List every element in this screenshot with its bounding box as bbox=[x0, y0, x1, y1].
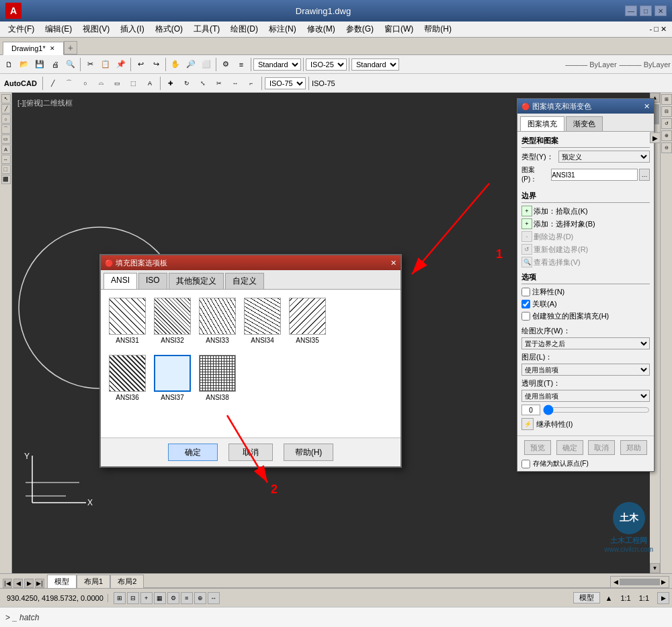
pattern-ansi33[interactable]: ANSI33 bbox=[199, 298, 236, 344]
right-btn-4[interactable]: ⊕ bbox=[661, 130, 672, 141]
status-btn-4[interactable]: ▦ bbox=[154, 592, 166, 604]
circle-tool-left[interactable]: ○ bbox=[1, 114, 11, 124]
scroll-down-button[interactable]: ▼ bbox=[650, 563, 660, 573]
right-btn-2[interactable]: ⊟ bbox=[661, 106, 672, 117]
transparency-combo[interactable]: 使用当前项 bbox=[521, 390, 650, 402]
pattern-help-button[interactable]: 帮助(H) bbox=[284, 444, 334, 461]
right-btn-1[interactable]: ⊞ bbox=[661, 94, 672, 105]
status-btn-1[interactable]: ⊞ bbox=[114, 592, 126, 604]
iso-combo[interactable]: ISO-75 bbox=[265, 77, 306, 89]
menu-help[interactable]: 帮助(H) bbox=[419, 22, 457, 36]
status-btn-8[interactable]: ↔ bbox=[208, 592, 220, 604]
text-tool[interactable]: A bbox=[142, 76, 157, 91]
menu-modify[interactable]: 修改(M) bbox=[302, 22, 341, 36]
new-button[interactable]: 🗋 bbox=[1, 57, 16, 72]
save-button[interactable]: 💾 bbox=[32, 57, 47, 72]
preview-button[interactable]: 预览 bbox=[524, 440, 551, 455]
tab-custom[interactable]: 自定义 bbox=[225, 273, 264, 289]
menu-draw[interactable]: 绘图(D) bbox=[225, 22, 263, 36]
style-combo-2[interactable]: Standard bbox=[351, 58, 399, 71]
print-preview-button[interactable]: 🔍 bbox=[63, 57, 78, 72]
pattern-input[interactable] bbox=[551, 169, 638, 181]
pattern-cancel-button[interactable]: 取消 bbox=[228, 444, 273, 461]
scroll-bar-bottom[interactable]: ◀ ▶ bbox=[610, 576, 669, 588]
hatch-tool-left[interactable]: ⬚ bbox=[1, 165, 11, 174]
tab-hatch-fill[interactable]: 图案填充 bbox=[520, 116, 564, 131]
copy-button[interactable]: 📋 bbox=[98, 57, 113, 72]
scroll-left-icon[interactable]: ◀ bbox=[614, 579, 618, 585]
tab-iso[interactable]: ISO bbox=[138, 273, 167, 289]
status-btn-7[interactable]: ⊕ bbox=[194, 592, 206, 604]
workspace-combo[interactable]: Standard bbox=[253, 58, 301, 71]
transparency-slider[interactable] bbox=[543, 406, 650, 414]
undo-button[interactable]: ↩ bbox=[133, 57, 148, 72]
add-pickpoint-label[interactable]: 添加：拾取点(K) bbox=[534, 206, 588, 216]
print-button[interactable]: 🖨 bbox=[48, 57, 62, 72]
hatch-dialog-close[interactable]: ✕ bbox=[644, 102, 650, 111]
annotative-checkbox[interactable] bbox=[521, 288, 530, 296]
cancel-button-main[interactable]: 取消 bbox=[588, 440, 615, 455]
scale-tool[interactable]: ⤡ bbox=[196, 76, 210, 91]
tab-other[interactable]: 其他预定义 bbox=[169, 273, 224, 289]
maximize-button[interactable]: □ bbox=[640, 5, 652, 16]
text-tool-left[interactable]: A bbox=[1, 144, 11, 154]
menu-insert[interactable]: 插入(I) bbox=[115, 22, 149, 36]
tab-drawing1[interactable]: Drawing1* ✕ bbox=[3, 42, 64, 55]
pattern-confirm-button[interactable]: 确定 bbox=[168, 444, 218, 461]
menu-param[interactable]: 参数(G) bbox=[341, 22, 379, 36]
draw-order-combo[interactable]: 置于边界之后 bbox=[521, 337, 650, 349]
pattern-ansi34[interactable]: ANSI34 bbox=[244, 298, 281, 344]
tab-next-button[interactable]: ▶ bbox=[24, 579, 34, 588]
style-combo-1[interactable]: ISO-25 bbox=[306, 58, 347, 71]
redo-button[interactable]: ↪ bbox=[149, 57, 163, 72]
circle-tool[interactable]: ○ bbox=[78, 76, 93, 91]
scroll-right-icon[interactable]: ▶ bbox=[661, 579, 666, 585]
pattern-ansi32[interactable]: ANSI32 bbox=[154, 298, 191, 344]
menu-window[interactable]: 窗口(W) bbox=[379, 22, 419, 36]
block-tool-left[interactable]: ⬛ bbox=[1, 175, 11, 184]
help-button-main[interactable]: 郑助 bbox=[620, 440, 647, 455]
tab-ansi[interactable]: ANSI bbox=[103, 273, 137, 289]
menu-edit[interactable]: 编辑(E) bbox=[40, 22, 77, 36]
polyline-tool[interactable]: ⌒ bbox=[62, 76, 77, 91]
inherit-label[interactable]: 继承特性(I) bbox=[536, 419, 573, 429]
scroll-thumb-bottom[interactable] bbox=[620, 579, 660, 585]
tab-layout1[interactable]: 布局1 bbox=[77, 575, 110, 588]
menu-format[interactable]: 格式(O) bbox=[150, 22, 188, 36]
pattern-dialog-close[interactable]: ✕ bbox=[390, 259, 396, 267]
tab-last-button[interactable]: ▶| bbox=[35, 579, 44, 588]
tab-gradient[interactable]: 渐变色 bbox=[566, 116, 603, 131]
confirm-button-main[interactable]: 确定 bbox=[556, 440, 583, 455]
type-combo[interactable]: 预定义 bbox=[558, 151, 650, 163]
status-btn-6[interactable]: ≡ bbox=[181, 592, 193, 604]
pattern-ansi38[interactable]: ANSI38 bbox=[199, 355, 236, 401]
move-tool[interactable]: ✚ bbox=[163, 76, 178, 91]
pattern-ansi31[interactable]: ANSI31 bbox=[109, 298, 146, 344]
dim-tool-left[interactable]: ↔ bbox=[1, 155, 11, 164]
extend-tool[interactable]: ↔ bbox=[228, 76, 243, 91]
rotate-tool[interactable]: ↻ bbox=[179, 76, 194, 91]
status-btn-3[interactable]: + bbox=[140, 592, 153, 604]
close-button[interactable]: ✕ bbox=[655, 5, 667, 16]
arc-tool-left[interactable]: ⌒ bbox=[1, 124, 11, 134]
create-separate-checkbox[interactable] bbox=[521, 312, 530, 321]
status-btn-5[interactable]: ⚙ bbox=[167, 592, 179, 604]
inherit-icon[interactable]: ⚡ bbox=[521, 418, 534, 430]
expand-button[interactable]: ▶ bbox=[650, 132, 660, 143]
layers-button[interactable]: ≡ bbox=[234, 57, 249, 72]
tab-prev-button[interactable]: ◀ bbox=[13, 579, 23, 588]
tab-first-button[interactable]: |◀ bbox=[3, 579, 12, 588]
draw-tool-left[interactable]: ╱ bbox=[1, 104, 11, 114]
transparency-value[interactable] bbox=[521, 405, 540, 415]
menu-tools[interactable]: 工具(T) bbox=[188, 22, 225, 36]
hatch-tool[interactable]: ⬚ bbox=[126, 76, 141, 91]
cut-button[interactable]: ✂ bbox=[83, 57, 97, 72]
pattern-ansi35[interactable]: ANSI35 bbox=[289, 298, 326, 344]
right-btn-3[interactable]: ↺ bbox=[661, 118, 672, 129]
tab-layout2[interactable]: 布局2 bbox=[110, 575, 144, 588]
arc-tool[interactable]: ⌓ bbox=[94, 76, 109, 91]
tab-model[interactable]: 模型 bbox=[47, 575, 77, 588]
pan-button[interactable]: ✋ bbox=[168, 57, 183, 72]
menu-file[interactable]: 文件(F) bbox=[3, 22, 40, 36]
add-tab-button[interactable]: + bbox=[64, 41, 77, 54]
